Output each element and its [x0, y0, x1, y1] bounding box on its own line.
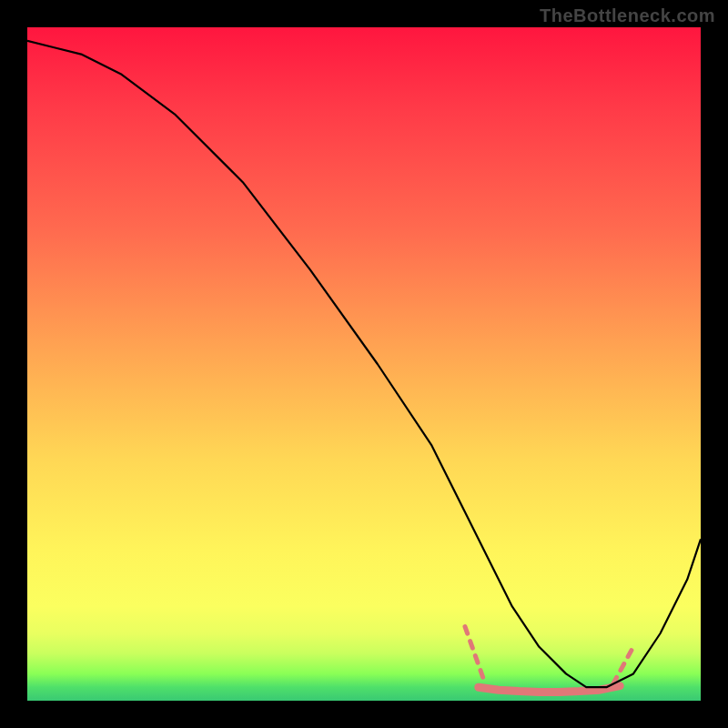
emphasis-down-dash [465, 627, 485, 684]
watermark-label: TheBottleneck.com [540, 5, 715, 26]
plot-area [27, 27, 701, 701]
plot-svg [27, 27, 701, 701]
chart-container: TheBottleneck.com [0, 0, 728, 728]
curve-line [27, 41, 701, 687]
